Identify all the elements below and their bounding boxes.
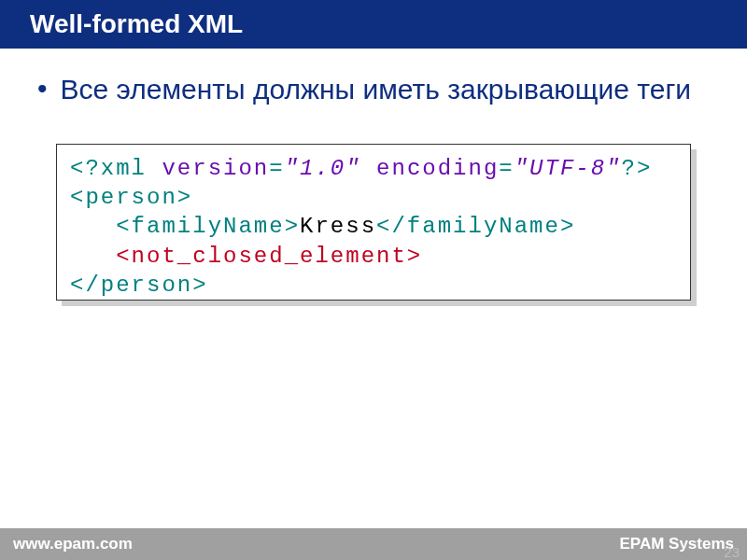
tag-familyname-open: <familyName> bbox=[116, 214, 300, 239]
equals-2: = bbox=[499, 156, 514, 181]
code-line-2: <person> bbox=[70, 183, 677, 212]
bullet-dot-icon: • bbox=[37, 73, 48, 105]
attr-encoding: encoding bbox=[361, 156, 500, 181]
indent-4 bbox=[70, 244, 116, 269]
text-kress: Kress bbox=[300, 214, 376, 239]
indent-3 bbox=[70, 214, 116, 239]
xml-decl-close: ?> bbox=[622, 156, 653, 181]
code-content: <?xml version="1.0" encoding="UTF-8"?> <… bbox=[56, 144, 691, 301]
tag-familyname-close: </familyName> bbox=[376, 214, 575, 239]
slide-title-bar: Well-formed XML bbox=[0, 0, 747, 49]
footer-brand: EPAM Systems bbox=[619, 535, 734, 553]
tag-person-open: <person> bbox=[70, 185, 192, 210]
bullet-item: • Все элементы должны иметь закрывающие … bbox=[56, 73, 710, 106]
xml-decl-open: <?xml bbox=[70, 156, 162, 181]
tag-not-closed: <not_closed_element> bbox=[116, 244, 422, 269]
bullet-text: Все элементы должны иметь закрывающие те… bbox=[61, 73, 692, 106]
val-encoding: "UTF-8" bbox=[514, 156, 622, 181]
val-version: "1.0" bbox=[285, 156, 361, 181]
footer-bar: www.epam.com EPAM Systems bbox=[0, 528, 747, 560]
code-line-4: <not_closed_element> bbox=[70, 242, 677, 271]
slide-title: Well-formed XML bbox=[30, 9, 243, 38]
code-block: <?xml version="1.0" encoding="UTF-8"?> <… bbox=[56, 144, 710, 301]
footer-url: www.epam.com bbox=[13, 535, 133, 553]
page-number: 23 bbox=[724, 544, 740, 560]
tag-person-close: </person> bbox=[70, 273, 208, 298]
slide: Well-formed XML • Все элементы должны им… bbox=[0, 0, 747, 560]
attr-version: version bbox=[162, 156, 269, 181]
slide-body: • Все элементы должны иметь закрывающие … bbox=[0, 49, 747, 528]
code-line-3: <familyName>Kress</familyName> bbox=[70, 212, 677, 241]
code-line-1: <?xml version="1.0" encoding="UTF-8"?> bbox=[70, 154, 677, 183]
equals-1: = bbox=[269, 156, 284, 181]
code-line-5: </person> bbox=[70, 271, 677, 300]
